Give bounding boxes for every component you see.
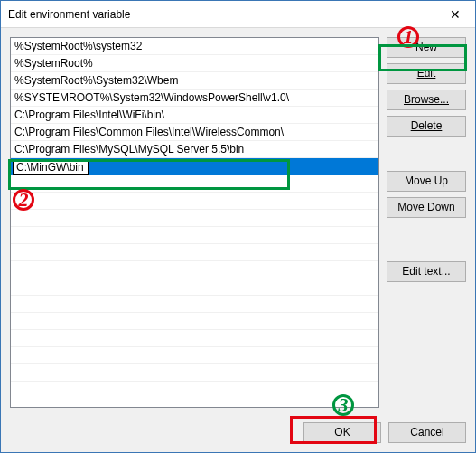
window-title: Edit environment variable [8, 8, 434, 21]
list-item[interactable]: %SYSTEMROOT%\System32\WindowsPowerShell\… [11, 90, 378, 107]
list-item-empty[interactable] [11, 278, 378, 296]
list-item-empty[interactable] [11, 175, 378, 193]
side-buttons: New Edit Browse... Delete Move Up Move D… [387, 37, 466, 408]
main-row: %SystemRoot%\system32%SystemRoot%%System… [10, 37, 466, 408]
list-item[interactable]: C:\Program Files\Intel\WiFi\bin\ [11, 107, 378, 124]
close-button[interactable]: ✕ [434, 1, 475, 28]
list-item[interactable]: C:\Program Files\MySQL\MySQL Server 5.5\… [11, 141, 378, 158]
edit-button[interactable]: Edit [387, 63, 466, 84]
cancel-button[interactable]: Cancel [388, 422, 466, 443]
list-item-edit-input[interactable] [13, 159, 89, 175]
client-area: %SystemRoot%\system32%SystemRoot%%System… [1, 28, 475, 452]
list-item-empty[interactable] [11, 347, 378, 364]
list-item-empty[interactable] [11, 193, 378, 210]
list-item[interactable]: C:\Program Files\Common Files\Intel\Wire… [11, 124, 378, 141]
move-up-button[interactable]: Move Up [387, 171, 466, 192]
dialog-window: Edit environment variable ✕ %SystemRoot%… [0, 0, 476, 453]
list-item-empty[interactable] [11, 227, 378, 244]
delete-button[interactable]: Delete [387, 116, 466, 137]
list-item[interactable]: %SystemRoot%\system32 [11, 38, 378, 55]
path-listbox[interactable]: %SystemRoot%\system32%SystemRoot%%System… [10, 37, 379, 408]
list-item-empty[interactable] [11, 210, 378, 227]
list-item-empty[interactable] [11, 244, 378, 261]
move-down-button[interactable]: Move Down [387, 197, 466, 218]
list-item-empty[interactable] [11, 330, 378, 347]
list-item-empty[interactable] [11, 364, 378, 382]
list-item-empty[interactable] [11, 296, 378, 313]
browse-button[interactable]: Browse... [387, 90, 466, 110]
list-item-empty[interactable] [11, 261, 378, 278]
edit-text-button[interactable]: Edit text... [387, 261, 466, 282]
titlebar: Edit environment variable ✕ [1, 1, 475, 28]
list-item[interactable]: %SystemRoot%\System32\Wbem [11, 72, 378, 90]
new-button[interactable]: New [387, 37, 466, 58]
list-item[interactable]: %SystemRoot% [11, 55, 378, 72]
ok-button[interactable]: OK [303, 422, 381, 443]
list-item-editing[interactable] [11, 158, 378, 175]
close-icon: ✕ [450, 7, 461, 22]
list-item-empty[interactable] [11, 313, 378, 330]
bottom-buttons: OK Cancel [10, 408, 466, 443]
